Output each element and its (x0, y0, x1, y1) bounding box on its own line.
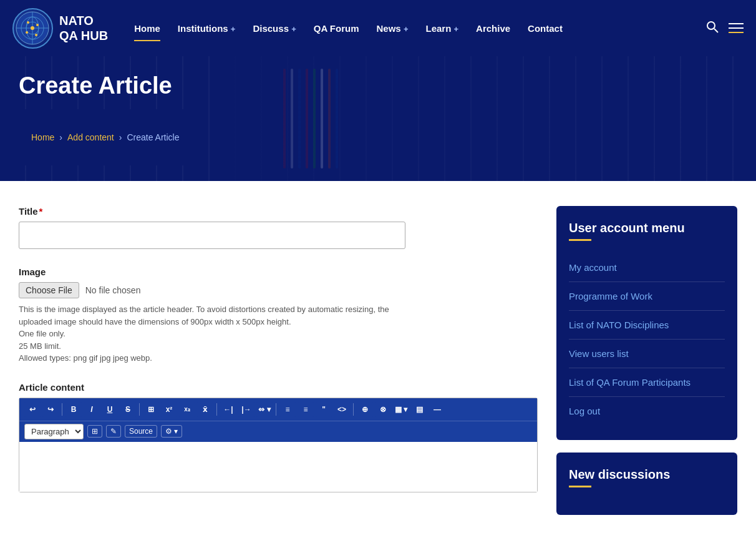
article-content-group: Article content ↩ ↪ B I U S ⊞ x² x₂ x̄ ←… (19, 382, 538, 492)
toolbar-row2: Paragraph ⊞ ✎ Source ⚙ ▾ (19, 421, 537, 442)
programme-of-work-link[interactable]: Programme of Work (569, 282, 725, 310)
toolbar-sep-4 (276, 403, 276, 416)
table2-button[interactable]: ▦ ▾ (393, 402, 409, 417)
sidebar-item-qa-participants: List of QA Forum Participants (569, 368, 725, 397)
editor-body[interactable] (19, 442, 537, 492)
breadcrumb-home[interactable]: Home (31, 132, 54, 142)
user-menu-underline (569, 239, 591, 241)
new-discussions-underline (569, 486, 591, 487)
subscript-button[interactable]: x₂ (179, 402, 195, 417)
sidebar-item-logout: Log out (569, 397, 725, 425)
nav-menu: Home Institutions + Discuss + QA Forum N… (127, 18, 706, 39)
styles-icon: ⊞ (92, 427, 98, 436)
hero-content: Create Article Home › Add content › Crea… (19, 72, 191, 165)
article-content-label: Article content (19, 382, 538, 393)
svg-point-10 (35, 34, 37, 36)
required-indicator: * (39, 206, 43, 217)
nav-icons (706, 21, 744, 36)
breadcrumb-add-content[interactable]: Add content (67, 132, 114, 142)
svg-point-8 (36, 24, 39, 26)
page-title: Create Article (19, 72, 191, 99)
toolbar-sep-1 (62, 403, 62, 416)
new-discussions-title: New discussions (569, 467, 725, 482)
paragraph-select[interactable]: Paragraph (24, 424, 84, 439)
file-upload-row: Choose File No file chosen (19, 282, 538, 298)
breadcrumb-sep1: › (59, 132, 62, 142)
toolbar-sep-5 (353, 403, 354, 416)
outdent-button[interactable]: ←| (220, 402, 236, 417)
edit-button[interactable]: ✎ (106, 425, 121, 438)
nato-disciplines-link[interactable]: List of NATO Disciplines (569, 311, 725, 339)
align-button[interactable]: ⇔ ▾ (256, 402, 273, 417)
nav-item-discuss[interactable]: Discuss + (245, 18, 303, 39)
page-body: Title* Image Choose File No file chosen … (0, 181, 756, 552)
logo-text: NATO QA HUB (59, 13, 108, 43)
toolbar: ↩ ↪ B I U S ⊞ x² x₂ x̄ ←| |→ ⇔ ▾ (19, 398, 537, 421)
underline-button[interactable]: U (102, 402, 118, 417)
breadcrumb-sep2: › (119, 132, 122, 142)
svg-point-9 (26, 31, 28, 34)
nav-item-home[interactable]: Home (127, 18, 168, 39)
title-field-group: Title* (19, 206, 538, 249)
user-account-menu-card: User account menu My account Programme o… (556, 206, 737, 440)
main-nav: NATO QA HUB Home Institutions + Discuss … (0, 0, 756, 56)
choose-file-button[interactable]: Choose File (19, 282, 79, 298)
image-button[interactable]: ⊗ (375, 402, 391, 417)
qa-participants-link[interactable]: List of QA Forum Participants (569, 368, 725, 396)
indent-button[interactable]: |→ (238, 402, 254, 417)
site-logo[interactable]: NATO QA HUB (12, 8, 108, 49)
search-button[interactable] (706, 21, 719, 36)
breadcrumb: Home › Add content › Create Article (19, 109, 191, 165)
title-label: Title* (19, 206, 538, 217)
sidebar: User account menu My account Programme o… (556, 206, 737, 527)
new-discussions-card: New discussions (556, 453, 737, 515)
nav-item-institutions[interactable]: Institutions + (170, 18, 243, 39)
source-button[interactable]: Source (125, 425, 157, 438)
special-button[interactable]: x̄ (197, 402, 213, 417)
image-label: Image (19, 267, 538, 277)
code-button[interactable]: <> (334, 402, 350, 417)
hero-section: Create Article Home › Add content › Crea… (0, 56, 756, 181)
title-input[interactable] (19, 222, 405, 249)
bold-button[interactable]: B (65, 402, 82, 417)
view-users-list-link[interactable]: View users list (569, 340, 725, 368)
toolbar-sep-3 (216, 403, 217, 416)
file-name-display: No file chosen (85, 285, 141, 295)
italic-button[interactable]: I (84, 402, 100, 417)
svg-point-6 (31, 26, 34, 30)
sidebar-item-programme: Programme of Work (569, 282, 725, 311)
rich-text-editor: ↩ ↪ B I U S ⊞ x² x₂ x̄ ←| |→ ⇔ ▾ (19, 398, 538, 492)
my-account-link[interactable]: My account (569, 253, 725, 281)
user-menu-title: User account menu (569, 221, 725, 235)
settings-button[interactable]: ⚙ ▾ (161, 425, 182, 438)
hamburger-menu[interactable] (729, 23, 744, 33)
list-ol-button[interactable]: ≡ (298, 402, 314, 417)
strikethrough-button[interactable]: S (120, 402, 136, 417)
blockquote-button[interactable]: " (316, 402, 332, 417)
nav-item-news[interactable]: News + (369, 18, 416, 39)
styles-button[interactable]: ⊞ (87, 425, 102, 438)
logout-link[interactable]: Log out (569, 397, 725, 425)
superscript-button[interactable]: x² (161, 402, 177, 417)
breadcrumb-current: Create Article (127, 132, 179, 142)
table-button[interactable]: ⊞ (143, 402, 159, 417)
svg-point-11 (707, 22, 715, 29)
nav-item-learn[interactable]: Learn + (418, 18, 466, 39)
svg-point-7 (27, 21, 29, 24)
main-content: Title* Image Choose File No file chosen … (19, 206, 538, 527)
image-help-text: This is the image displayed as the artic… (19, 303, 405, 365)
link-button[interactable]: ⊕ (357, 402, 373, 417)
sidebar-item-my-account: My account (569, 253, 725, 282)
nav-item-archive[interactable]: Archive (468, 18, 518, 39)
redo-button[interactable]: ↪ (42, 402, 59, 417)
hr-button[interactable]: — (429, 402, 445, 417)
settings-icon: ⚙ ▾ (165, 427, 178, 436)
image-field-group: Image Choose File No file chosen This is… (19, 267, 538, 365)
nav-item-contact[interactable]: Contact (520, 18, 570, 39)
undo-button[interactable]: ↩ (24, 402, 41, 417)
nav-item-qaforum[interactable]: QA Forum (306, 18, 367, 39)
toolbar-sep-2 (139, 403, 140, 416)
edit-icon: ✎ (110, 427, 117, 436)
list-ul-button[interactable]: ≡ (279, 402, 296, 417)
media-button[interactable]: ▤ (411, 402, 427, 417)
